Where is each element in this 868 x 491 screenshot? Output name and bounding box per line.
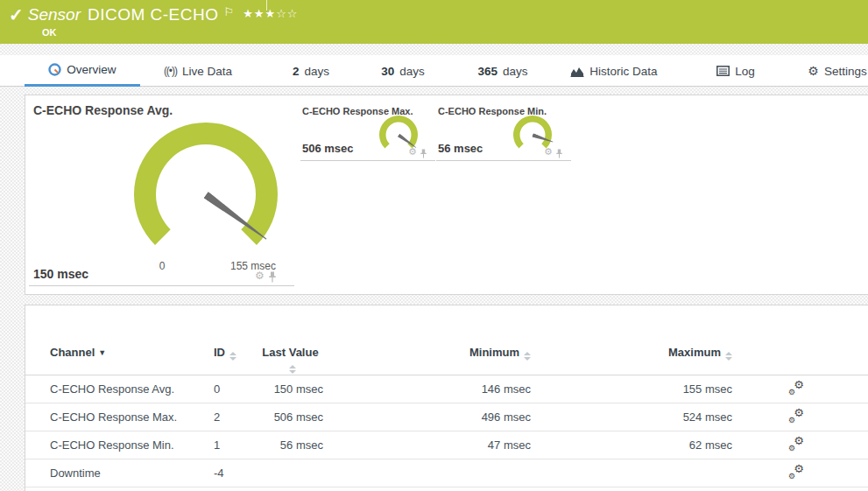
sensor-title: DICOM C-ECHO [88,5,219,25]
channel-maximum: 155 msec [531,382,732,396]
sort-desc-icon: ▼ [98,348,106,357]
channel-settings-gears-icon[interactable]: ⚙⚙ [788,464,804,480]
column-header-minimum[interactable]: Minimum [323,346,531,361]
gauge-min-value: 56 msec [438,142,483,155]
settings-gear-icon: ⚙ [808,65,819,77]
sensor-status-header: ✓ Sensor DICOM C-ECHO ⚐ ★★★☆☆ OK [0,0,868,44]
gauge-avg-pin-icon[interactable] [268,270,277,286]
channel-maximum: 524 msec [531,410,732,424]
tab-30-days[interactable]: 30 days [370,55,436,87]
gauge-max-gear-icon[interactable]: ⚙ [408,146,417,157]
gauge-avg-scale-min: 0 [145,260,180,272]
column-header-channel[interactable]: Channel▼ [50,346,214,359]
area-chart-icon [570,66,584,77]
status-check-icon: ✓ [9,4,24,26]
channels-panel: Channel▼ ID Last Value Minimum Maximum C… [25,305,868,491]
column-header-last-value[interactable]: Last Value [258,346,323,374]
channel-minimum: 496 msec [323,410,531,424]
channel-id: 0 [214,382,258,396]
channel-name[interactable]: Downtime [50,466,214,480]
channel-id: -4 [214,466,258,480]
tab-settings-label: Settings [824,65,867,78]
sort-icon [725,352,732,361]
status-badge: OK [42,27,57,38]
channel-last-value: 506 msec [258,410,323,424]
table-row[interactable]: C-ECHO Response Avg. 0 150 msec 146 msec… [25,375,868,403]
sort-icon [229,352,236,361]
channel-settings-gears-icon[interactable]: ⚙⚙ [788,408,804,424]
channel-name[interactable]: C-ECHO Response Min. [50,438,214,452]
channel-name[interactable]: C-ECHO Response Max. [50,410,214,424]
tab-bar: Overview ((•)) Live Data 2 days 30 days … [0,55,868,87]
channel-settings-gears-icon[interactable]: ⚙⚙ [788,380,804,396]
gauge-min-gear-icon[interactable]: ⚙ [544,146,553,157]
tab-30-days-number: 30 [381,65,394,78]
table-header-row: Channel▼ ID Last Value Minimum Maximum [25,338,868,375]
channel-last-value: 56 msec [258,438,323,452]
tab-live-data-label: Live Data [182,65,232,78]
tab-365-days[interactable]: 365 days [464,55,541,87]
table-row[interactable]: Downtime -4 ⚙⚙ [25,459,868,487]
sort-icon [289,365,296,374]
priority-stars[interactable]: ★★★☆☆ [243,7,298,20]
flag-icon[interactable]: ⚐ [224,5,235,18]
channel-maximum: 62 msec [531,438,732,452]
object-type-label: Sensor [28,5,81,25]
gauge-avg-value: 150 msec [33,267,88,281]
tab-overview[interactable]: Overview [25,55,140,87]
channel-last-value: 150 msec [258,382,323,396]
channel-settings-gears-icon[interactable]: ⚙⚙ [788,436,804,452]
channel-id: 1 [214,438,258,452]
tab-log[interactable]: Log [711,55,760,87]
tab-30-days-unit: days [399,65,425,78]
tab-settings[interactable]: ⚙ Settings [804,55,868,87]
channels-table: Channel▼ ID Last Value Minimum Maximum C… [25,338,868,487]
gauge-max-underline [300,160,435,161]
log-list-icon [716,66,730,76]
gauge-icon [48,63,61,76]
channel-name[interactable]: C-ECHO Response Avg. [50,382,214,396]
column-header-maximum[interactable]: Maximum [531,346,732,361]
gauge-max-value: 506 msec [302,142,354,155]
gauge-avg-gear-icon[interactable]: ⚙ [255,270,265,281]
sort-icon [524,352,531,361]
tab-overview-label: Overview [67,63,116,76]
tab-live-data[interactable]: ((•)) Live Data [149,55,247,87]
tab-log-label: Log [735,65,755,78]
tab-2-days-unit: days [304,65,329,78]
tab-365-days-number: 365 [477,65,498,78]
live-data-icon: ((•)) [164,65,177,77]
tab-historic-data-label: Historic Data [589,65,657,78]
tab-365-days-unit: days [503,65,528,78]
tab-2-days[interactable]: 2 days [279,55,343,87]
tab-historic-data[interactable]: Historic Data [566,55,662,87]
table-row[interactable]: C-ECHO Response Max. 2 506 msec 496 msec… [25,403,868,431]
channel-id: 2 [214,410,258,424]
column-header-id[interactable]: ID [214,346,258,361]
tab-2-days-number: 2 [293,65,300,78]
channel-minimum: 146 msec [323,382,531,396]
gauge-min-underline [436,160,571,161]
channel-minimum: 47 msec [323,438,531,452]
table-row[interactable]: C-ECHO Response Min. 1 56 msec 47 msec 6… [25,431,868,459]
gauge-avg-underline [29,285,294,286]
header-divider [266,0,267,11]
